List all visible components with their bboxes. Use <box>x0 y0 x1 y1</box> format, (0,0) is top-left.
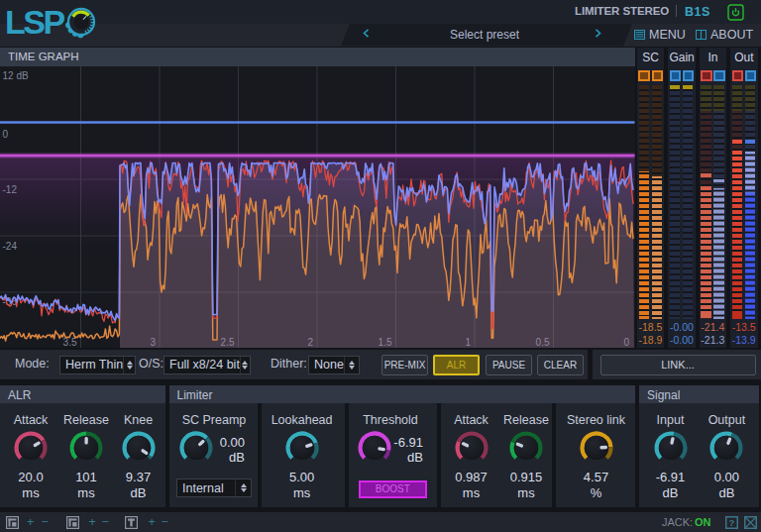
link-panel: LINK... <box>593 350 761 379</box>
menu-icon <box>634 30 645 40</box>
meter-bar <box>639 85 649 320</box>
meter-channel-button[interactable] <box>670 70 682 81</box>
graph-scale-icon[interactable] <box>66 516 79 529</box>
time-graph-title: TIME GRAPH <box>8 51 79 62</box>
preset-next-button[interactable] <box>595 29 601 38</box>
menu-button[interactable]: MENU <box>634 27 686 43</box>
meter-label: Gain <box>668 51 695 64</box>
exit-button[interactable] <box>744 516 757 529</box>
meter-zone <box>670 85 680 319</box>
combo-os-spinner-icon[interactable] <box>240 357 250 373</box>
toolbar-button-alr[interactable]: ALR <box>433 355 480 375</box>
meter-channel-button[interactable] <box>683 70 695 81</box>
meter-channel-button[interactable] <box>732 70 744 81</box>
preset-prev-button[interactable] <box>363 29 370 38</box>
plugin-code: B1S <box>685 5 710 19</box>
meter-zone <box>639 171 649 319</box>
boost-button[interactable]: BOOST <box>359 480 428 498</box>
knob-value: 0.00 <box>682 470 761 484</box>
knob-indicator <box>599 446 607 450</box>
knob-unit: dB <box>362 450 423 465</box>
knob-knee[interactable] <box>120 429 158 467</box>
sc-source-combo-value: Internal <box>177 481 235 495</box>
knob-input[interactable] <box>652 429 690 467</box>
toolbar-button-pre-mix[interactable]: PRE-MIX <box>381 355 428 375</box>
sc-source-combo[interactable]: Internal <box>176 479 252 497</box>
meter-zone <box>683 85 693 319</box>
knob-value: 5.00 <box>258 470 347 484</box>
meter-channel-button[interactable] <box>713 70 725 81</box>
status-bar: +−+−+−JACK:ON? <box>0 512 761 532</box>
toolbar-button-pause[interactable]: PAUSE <box>486 355 532 375</box>
about-button[interactable]: ABOUT <box>696 27 759 43</box>
knob-attack[interactable] <box>12 429 50 467</box>
plugin-name: LIMITER STEREO <box>575 5 669 17</box>
help-button[interactable]: ? <box>725 516 738 529</box>
zoom-in-button[interactable]: + <box>27 515 34 529</box>
lsp-logo: LSP <box>6 3 101 39</box>
time-graph-canvas[interactable]: 12 dB0-12-24-363.532.521.510.50 <box>0 66 635 348</box>
meter-channel-button[interactable] <box>652 70 664 81</box>
preset-label[interactable]: Select preset <box>390 28 579 42</box>
meter-zone <box>713 188 723 319</box>
section-title: ALR <box>8 388 31 402</box>
combo-mode-spinner-icon[interactable] <box>123 357 135 373</box>
zoom-in-button[interactable]: + <box>149 515 156 529</box>
meter-channel-button[interactable] <box>745 70 757 81</box>
preset-next-button-icon <box>597 29 600 36</box>
svg-text:?: ? <box>728 517 734 528</box>
meter-bar <box>652 85 662 320</box>
about-icon <box>696 30 707 40</box>
meter-value: -13.9 <box>727 334 760 346</box>
knob-stereo-link[interactable] <box>578 429 615 467</box>
zoom-in-button[interactable]: + <box>89 515 96 529</box>
window-scale-icon[interactable] <box>6 516 19 529</box>
meter-label: Out <box>730 51 757 64</box>
meter-channel-button[interactable] <box>638 70 650 81</box>
knob-lookahead[interactable] <box>283 429 321 467</box>
font-scale-icon[interactable] <box>125 516 138 529</box>
combo-mode-value: Herm Thin <box>60 358 123 372</box>
combo-dither-spinner-icon[interactable] <box>344 357 359 373</box>
knob-label: Output <box>682 413 761 427</box>
meter-value: -21.4 <box>697 321 729 333</box>
combo-dither[interactable]: None <box>308 356 360 374</box>
meter-channel-button[interactable] <box>701 70 712 81</box>
knob-label: Lookahead <box>258 413 347 427</box>
zoom-out-button[interactable]: − <box>42 515 49 529</box>
section-header: ALR <box>0 385 165 403</box>
knob-release[interactable] <box>507 429 545 467</box>
preset-prev-button-icon <box>365 29 369 36</box>
section-title: Signal <box>647 388 680 402</box>
sc-source-combo-spinner-icon[interactable] <box>235 479 251 496</box>
menu-label: MENU <box>649 28 686 42</box>
meter-zone <box>732 140 742 144</box>
combo-mode[interactable]: Herm Thin <box>59 356 136 374</box>
knob-release[interactable] <box>67 429 105 467</box>
about-label: ABOUT <box>710 28 753 42</box>
plugin-window: LSPLIMITER STEREOB1SSelect presetMENUABO… <box>0 0 761 532</box>
jack-label: JACK: <box>662 516 693 528</box>
graph-y-label: -12 <box>3 184 18 195</box>
zoom-out-button[interactable]: − <box>162 515 168 529</box>
knob-unit: dB <box>183 450 245 465</box>
meter-zone <box>652 176 662 319</box>
toolbar-button-clear[interactable]: CLEAR <box>537 355 584 375</box>
link-button[interactable]: LINK... <box>600 355 756 375</box>
name-separator <box>676 5 677 17</box>
knob-unit: ms <box>258 485 347 500</box>
knob-output[interactable] <box>707 429 745 467</box>
logo-text: LSP <box>6 3 64 39</box>
zoom-out-button[interactable]: − <box>102 515 109 529</box>
meter-zone <box>701 85 710 111</box>
power-button[interactable] <box>727 4 744 21</box>
meter-zone <box>732 149 742 319</box>
combo-label: Dither: <box>271 357 307 371</box>
knob-attack[interactable] <box>453 429 490 467</box>
graph-x-label: 3.5 <box>63 337 77 348</box>
graph-y-label: -24 <box>3 240 18 251</box>
meter-label: In <box>700 51 726 64</box>
section-header: Signal <box>639 385 759 403</box>
meter-zone <box>713 85 723 111</box>
combo-os[interactable]: Full x8/24 bit <box>163 356 251 374</box>
